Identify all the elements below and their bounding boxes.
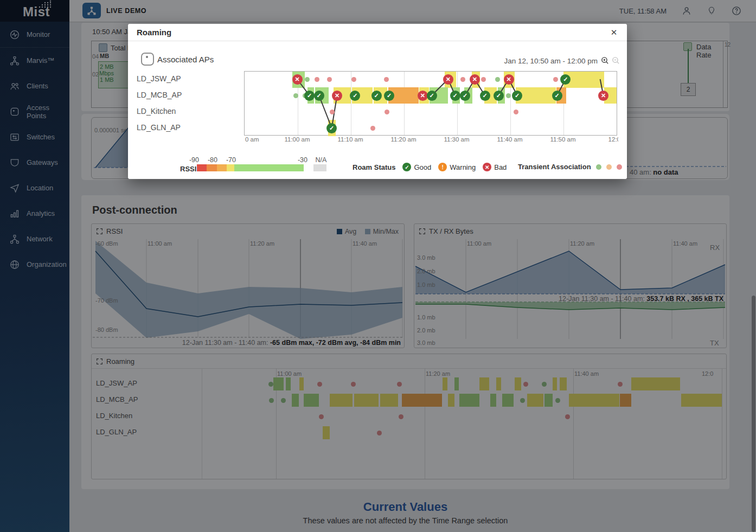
- roam-good-badge: ✓: [460, 91, 470, 101]
- roam-bad-badge: ✕: [443, 74, 453, 85]
- transient-dot: [327, 77, 332, 82]
- bad-badge-icon: ✕: [483, 163, 491, 171]
- roam-good-badge: ✓: [427, 91, 437, 101]
- roam-good-badge: ✓: [494, 91, 504, 101]
- roam-bad-badge: ✕: [504, 74, 514, 85]
- x-tick: 11:40 am: [497, 136, 522, 143]
- transient-good-dot: [596, 164, 601, 170]
- good-label: Good: [414, 163, 431, 171]
- app-root: Mist MonitorMarvis™ClientsAccess PointsS…: [0, 0, 756, 532]
- roam-good-badge: ✓: [326, 123, 337, 133]
- rssi-scale-tick: -80: [208, 156, 217, 164]
- transient-dot: [330, 110, 335, 114]
- roaming-modal: Roaming ✕ Associated APs Jan 12, 10:50 a…: [128, 24, 627, 179]
- roam-good-badge: ✓: [450, 91, 460, 101]
- transient-title: Transient Association: [518, 163, 591, 171]
- modal-title: Roaming: [137, 28, 171, 37]
- zoom-in-icon[interactable]: [600, 56, 610, 65]
- transient-dot: [384, 77, 389, 82]
- access-point-icon: [141, 53, 154, 66]
- roam-bad-badge: ✕: [332, 91, 342, 101]
- rssi-scale-tick: -70: [226, 156, 236, 164]
- x-tick: 11:00 am: [284, 136, 310, 143]
- rssi-scale-tick: N/A: [316, 156, 327, 164]
- roam-bad-badge: ✕: [292, 74, 303, 85]
- x-tick: 11:30 am: [444, 136, 469, 143]
- transient-dot: [385, 110, 389, 114]
- transient-dot: [481, 77, 486, 82]
- transient-dot: [495, 77, 500, 82]
- transient-association-legend: Transient Association: [518, 163, 622, 171]
- warning-label: Warning: [450, 163, 476, 171]
- rssi-scale-tick: -90: [189, 156, 199, 164]
- roam-status-legend: Roam Status ✓Good !Warning ✕Bad: [353, 163, 507, 171]
- transient-dot: [460, 77, 465, 82]
- modal-ap-label: LD_MCB_AP: [137, 89, 182, 100]
- transient-dot: [370, 126, 375, 131]
- close-icon[interactable]: ✕: [607, 26, 620, 39]
- roam-good-badge: ✓: [304, 91, 315, 101]
- roam-good-badge: ✓: [371, 91, 382, 101]
- associated-aps-label: Associated APs: [157, 55, 214, 64]
- na-swatch: [313, 164, 326, 171]
- transient-dot: [293, 93, 298, 98]
- x-tick: 11:50 am: [550, 136, 575, 143]
- roam-good-badge: ✓: [552, 91, 562, 101]
- roam-good-badge: ✓: [350, 91, 360, 101]
- x-tick: 12:00: [608, 136, 618, 143]
- roam-status-title: Roam Status: [353, 163, 395, 171]
- transient-bad-dot: [617, 164, 622, 170]
- transient-dot: [351, 77, 356, 82]
- roam-good-badge: ✓: [314, 91, 324, 101]
- modal-ap-label: LD_JSW_AP: [137, 73, 181, 84]
- roam-bad-badge: ✕: [598, 91, 608, 101]
- rssi-scale-tick: -30: [298, 156, 307, 164]
- modal-ap-label: LD_GLN_AP: [137, 122, 181, 133]
- modal-ap-label: LD_Kitchen: [137, 106, 176, 117]
- transient-dot: [506, 93, 511, 98]
- transient-dot: [315, 77, 319, 82]
- roaming-timeline-plot: ✕✕✕✕✓✓✓✕✓✓✓✕✓✓✓✓✓✓✓✕✓: [244, 71, 617, 136]
- bad-label: Bad: [494, 163, 507, 171]
- warning-badge-icon: !: [438, 163, 447, 171]
- roaming-timeline-xticks: 0 am11:00 am11:10 am11:20 am11:30 am11:4…: [244, 136, 618, 145]
- x-tick: 11:20 am: [390, 136, 416, 143]
- roam-good-badge: ✓: [512, 91, 522, 101]
- roam-good-badge: ✓: [480, 91, 490, 101]
- transient-mid-dot: [606, 164, 612, 170]
- roam-bad-badge: ✕: [418, 91, 428, 101]
- roam-good-badge: ✓: [560, 74, 571, 85]
- transient-dot: [305, 77, 310, 82]
- modal-header: Roaming ✕: [128, 24, 627, 41]
- roam-bad-badge: ✕: [470, 74, 480, 85]
- x-tick: 0 am: [245, 136, 259, 143]
- modal-time-range: Jan 12, 10:50 am - 12:00 pm: [504, 57, 598, 65]
- rssi-gradient-bar: [197, 164, 304, 171]
- rssi-legend-label: RSSI: [180, 165, 196, 173]
- transient-dot: [514, 110, 518, 114]
- x-tick: 11:10 am: [337, 136, 363, 143]
- good-badge-icon: ✓: [402, 163, 411, 171]
- transient-dot: [553, 77, 558, 82]
- zoom-out-icon[interactable]: [611, 56, 620, 65]
- roam-good-badge: ✓: [384, 91, 394, 101]
- roaming-legend: RSSI Roam Status ✓Good !Warning ✕Bad Tra…: [128, 154, 627, 179]
